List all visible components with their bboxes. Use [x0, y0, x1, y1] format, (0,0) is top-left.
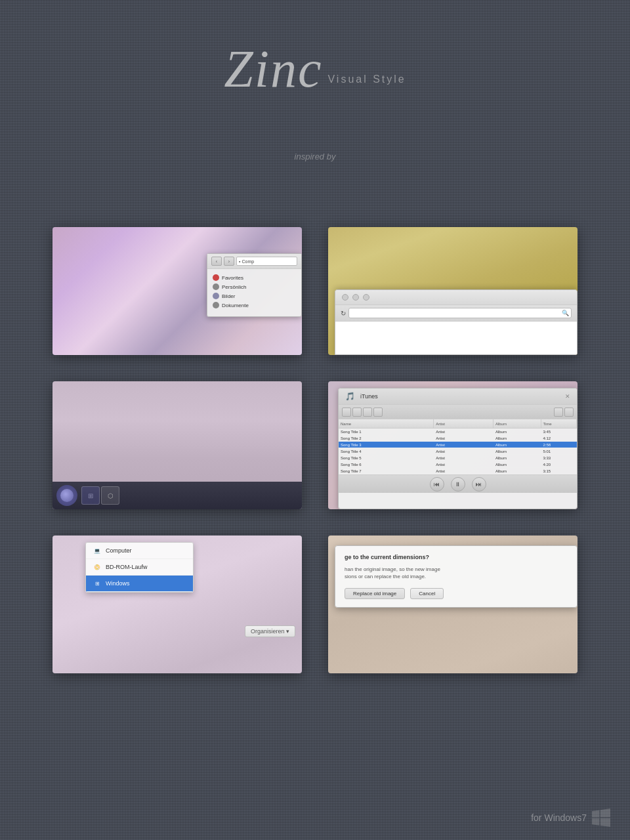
url-bar[interactable]: 🔍 [348, 308, 572, 318]
screenshot-itunes: 🎵 iTunes ✕ Name Artist Album Time [328, 381, 578, 509]
back-button[interactable]: ‹ [211, 257, 222, 266]
menu-item-bdrom[interactable]: 📀 BD-ROM-Laufw [86, 559, 193, 576]
personal-icon [213, 284, 219, 290]
path-bar[interactable]: ▪ Comp [236, 257, 297, 266]
itunes-cell-artist: Artist [434, 469, 494, 473]
itunes-content: Name Artist Album Time Song Title 1 Arti… [339, 419, 577, 474]
taskbar: ⊞ ⬡ [52, 482, 302, 509]
itunes-cell-album: Album [494, 456, 541, 460]
windows-icon: ⊞ [93, 579, 102, 588]
itunes-cell-time: 4:12 [541, 436, 577, 440]
start-orb [60, 489, 74, 502]
itunes-cell-artist: Artist [434, 450, 494, 453]
dialog-box: ge to the current dimensions? han the or… [335, 545, 578, 608]
itunes-cell-album: Album [494, 436, 541, 440]
sidebar-pictures[interactable]: Bilder [213, 291, 296, 301]
itunes-toolbar-btn-2[interactable] [352, 408, 362, 417]
minimize-button[interactable] [352, 294, 359, 301]
pause-button[interactable]: ⏸ [451, 477, 465, 492]
itunes-row[interactable]: Song Title 1 Artist Album 3:45 [339, 429, 577, 435]
context-menu: 💻 Computer 📀 BD-ROM-Laufw ⊞ Windows [85, 542, 194, 593]
itunes-cell-name: Song Title 7 [339, 469, 434, 473]
itunes-cell-album: Album [494, 463, 541, 467]
itunes-cell-album: Album [494, 450, 541, 453]
itunes-cell-artist: Artist [434, 443, 494, 447]
menu-item-windows[interactable]: ⊞ Windows [86, 576, 193, 592]
search-icon: 🔍 [562, 310, 569, 316]
itunes-row-selected[interactable]: Song Title 3 Artist Album 2:58 [339, 442, 577, 448]
menu-item-computer-label: Computer [106, 547, 132, 554]
screenshot-dialog: ge to the current dimensions? han the or… [328, 536, 578, 673]
inspired-by-text: inspired by [0, 152, 630, 161]
itunes-controls: ⏮ ⏸ ⏭ [339, 474, 577, 493]
itunes-cell-time: 4:20 [541, 463, 577, 467]
itunes-toolbar-btn-6[interactable] [564, 408, 574, 417]
itunes-cell-time: 5:01 [541, 450, 577, 453]
itunes-toolbar-btn-4[interactable] [373, 408, 383, 417]
itunes-logo: 🎵 [345, 392, 355, 401]
itunes-cell-name: Song Title 2 [339, 436, 434, 440]
itunes-toolbar-btn-1[interactable] [342, 408, 351, 417]
itunes-row[interactable]: Song Title 2 Artist Album 4:12 [339, 435, 577, 442]
taskbar-icon-1-symbol: ⊞ [88, 492, 93, 499]
itunes-close-button[interactable]: ✕ [565, 393, 570, 400]
menu-item-bdrom-label: BD-ROM-Laufw [106, 564, 148, 570]
screenshot-context-menu: 💻 Computer 📀 BD-ROM-Laufw ⊞ Windows Orga… [52, 536, 302, 673]
inspired-by-section: inspired by [0, 152, 630, 161]
itunes-cell-time: 3:33 [541, 456, 577, 460]
computer-icon: 💻 [93, 546, 102, 555]
col-album: Album [494, 419, 541, 428]
itunes-window: 🎵 iTunes ✕ Name Artist Album Time [338, 388, 578, 509]
itunes-cell-time: 3:45 [541, 430, 577, 434]
sidebar-documents[interactable]: Dokumente [213, 301, 296, 310]
replace-old-image-button[interactable]: Replace old image [345, 588, 405, 599]
cancel-button[interactable]: Cancel [410, 588, 444, 599]
itunes-list-header: Name Artist Album Time [339, 419, 577, 429]
screenshots-grid: ‹ › ▪ Comp Favorites Persönlich [0, 188, 630, 700]
close-button[interactable] [342, 294, 348, 301]
documents-icon [213, 302, 219, 308]
menu-item-computer[interactable]: 💻 Computer [86, 543, 193, 559]
organise-label: Organisieren ▾ [251, 628, 289, 635]
taskbar-icon-1[interactable]: ⊞ [81, 486, 100, 505]
personal-label: Persönlich [222, 284, 246, 290]
screenshot-desktop: ⊞ ⬡ [52, 381, 302, 509]
itunes-row[interactable]: Song Title 5 Artist Album 3:33 [339, 455, 577, 461]
dialog-text-content: han the original image, so the new image… [345, 566, 440, 579]
itunes-row[interactable]: Song Title 7 Artist Album 3:15 [339, 468, 577, 474]
organise-button[interactable]: Organisieren ▾ [245, 625, 295, 637]
itunes-cell-artist: Artist [434, 463, 494, 467]
itunes-cell-artist: Artist [434, 456, 494, 460]
itunes-row[interactable]: Song Title 4 Artist Album 5:01 [339, 448, 577, 455]
windows-logo-icon [592, 808, 610, 827]
footer: for Windows7 [531, 808, 610, 827]
start-button[interactable] [56, 485, 77, 506]
itunes-cell-artist: Artist [434, 436, 494, 440]
col-artist: Artist [434, 419, 494, 428]
footer-text: for Windows7 [531, 812, 587, 823]
forward-button[interactable]: › [224, 257, 234, 266]
next-button[interactable]: ⏭ [472, 477, 486, 492]
browser-window: ↻ 🔍 [335, 289, 578, 355]
itunes-row[interactable]: Song Title 6 Artist Album 4:20 [339, 461, 577, 468]
itunes-toolbar-btn-5[interactable] [554, 408, 563, 417]
sidebar-personal[interactable]: Persönlich [213, 282, 296, 291]
header: ZincVisual Style inspired by [0, 0, 630, 161]
itunes-cell-name: Song Title 6 [339, 463, 434, 467]
browser-toolbar: ↻ 🔍 [335, 305, 577, 322]
taskbar-icon-2-symbol: ⬡ [108, 492, 114, 499]
refresh-icon[interactable]: ↻ [341, 310, 346, 317]
itunes-cell-name: Song Title 4 [339, 450, 434, 453]
dialog-buttons: Replace old image Cancel [345, 588, 568, 599]
maximize-button[interactable] [363, 294, 369, 301]
col-time: Time [541, 419, 577, 428]
screenshot-browser: ↻ 🔍 [328, 227, 578, 355]
itunes-toolbar-btn-3[interactable] [363, 408, 372, 417]
itunes-cell-time: 3:15 [541, 469, 577, 473]
prev-button[interactable]: ⏮ [430, 477, 444, 492]
itunes-cell-name: Song Title 5 [339, 456, 434, 460]
itunes-cell-album: Album [494, 430, 541, 434]
app-subtitle: Visual Style [327, 74, 406, 85]
taskbar-icon-2[interactable]: ⬡ [101, 486, 119, 505]
browser-content [335, 322, 577, 354]
